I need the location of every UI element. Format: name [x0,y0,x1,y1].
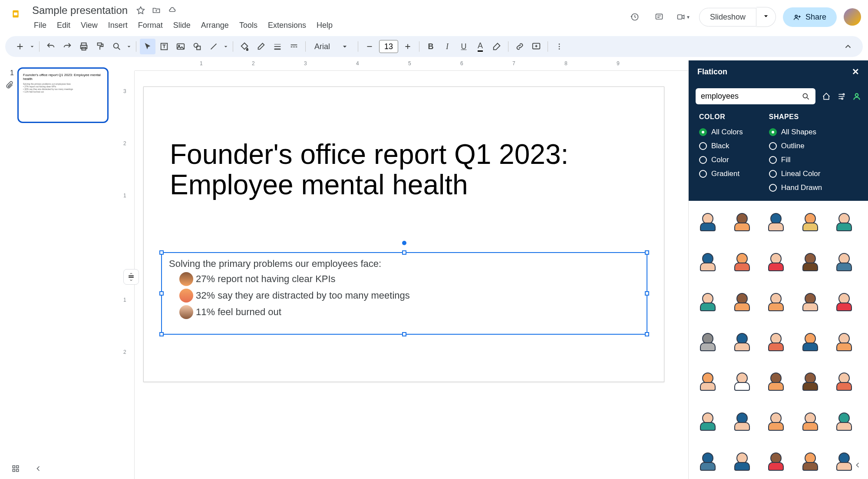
icon-result-27[interactable] [764,409,788,433]
zoom-button[interactable] [109,39,125,54]
resize-handle-tl[interactable] [159,250,164,255]
meet-icon[interactable]: ▼ [675,8,692,26]
icon-result-20[interactable] [696,369,720,393]
icon-result-2[interactable] [764,210,788,234]
shape-filter-hand[interactable]: Hand Drawn [769,183,822,192]
settings-icon[interactable] [837,90,846,103]
menu-arrange[interactable]: Arrange [197,18,233,33]
menu-format[interactable]: Format [134,18,167,33]
icon-result-6[interactable] [730,249,754,274]
border-color-button[interactable] [253,39,269,54]
resize-handle-ml[interactable] [159,291,164,296]
image-tool[interactable] [173,39,188,54]
icon-result-9[interactable] [832,249,856,274]
menu-view[interactable]: View [76,18,102,33]
icon-result-4[interactable] [832,210,856,234]
explore-icon[interactable] [9,462,23,476]
redo-button[interactable] [59,39,75,54]
fill-color-button[interactable] [237,39,252,54]
color-filter-color[interactable]: Color [699,156,743,164]
icon-result-15[interactable] [696,329,720,354]
resize-handle-tr[interactable] [645,250,649,255]
print-button[interactable] [76,39,92,54]
paint-format-button[interactable] [92,39,108,54]
user-icon[interactable] [852,90,861,103]
close-icon[interactable]: ✕ [852,67,859,77]
icon-result-28[interactable] [798,409,822,433]
menu-help[interactable]: Help [312,18,337,33]
resize-handle-bm[interactable] [402,332,406,336]
icon-result-13[interactable] [798,289,822,314]
move-folder-icon[interactable] [151,5,162,16]
icon-result-10[interactable] [696,289,720,314]
selected-text-box[interactable]: Solving the primary problems our employe… [161,252,647,335]
shape-filter-outline[interactable]: Outline [769,142,822,150]
menu-extensions[interactable]: Extensions [264,18,310,33]
new-slide-dropdown[interactable] [29,39,36,54]
icon-result-29[interactable] [832,409,856,433]
italic-button[interactable]: I [439,39,455,54]
side-panel-toggle[interactable] [851,458,865,472]
slideshow-dropdown[interactable] [756,7,776,27]
icon-result-24[interactable] [832,369,856,393]
canvas-area[interactable]: 1 2 3 4 5 6 7 8 9 3 2 1 1 2 Founder's of… [117,60,688,479]
collapse-toolbar-button[interactable] [840,39,856,54]
document-title[interactable]: Sample presentation [30,3,130,17]
icon-result-7[interactable] [764,249,788,274]
link-button[interactable] [512,39,528,54]
undo-button[interactable] [43,39,59,54]
shape-tool[interactable] [189,39,205,54]
text-color-button[interactable]: A [472,39,488,54]
icon-result-25[interactable] [696,409,720,433]
menu-file[interactable]: File [30,18,51,33]
icon-result-18[interactable] [798,329,822,354]
add-comment-button[interactable] [528,39,544,54]
select-tool[interactable] [140,39,155,54]
shape-filter-all[interactable]: All Shapes [769,128,822,136]
search-icon[interactable] [802,92,810,101]
icon-result-23[interactable] [798,369,822,393]
icon-result-3[interactable] [798,210,822,234]
icon-result-0[interactable] [696,210,720,234]
cloud-status-icon[interactable] [167,5,177,16]
bold-button[interactable]: B [423,39,439,54]
menu-slide[interactable]: Slide [169,18,195,33]
search-input[interactable] [701,92,802,101]
icon-result-11[interactable] [730,289,754,314]
menu-insert[interactable]: Insert [104,18,132,33]
rotate-handle[interactable] [402,241,406,245]
icon-result-31[interactable] [730,449,754,473]
shape-filter-fill[interactable]: Fill [769,156,822,164]
history-icon[interactable] [626,8,644,26]
flaticon-search[interactable] [696,88,815,104]
menu-tools[interactable]: Tools [235,18,262,33]
icon-result-33[interactable] [798,449,822,473]
icon-result-32[interactable] [764,449,788,473]
slide-canvas[interactable]: Founder's office report Q1 2023: Employe… [143,86,664,382]
user-avatar[interactable] [844,8,861,26]
color-filter-black[interactable]: Black [699,142,743,150]
slide-title-text[interactable]: Founder's office report Q1 2023: Employe… [170,139,638,200]
star-icon[interactable] [135,5,146,16]
resize-handle-bl[interactable] [159,332,164,336]
font-size-increase[interactable] [400,39,416,54]
slide-thumbnail-1[interactable]: Founder's office report Q1 2023: Employe… [17,67,109,123]
color-filter-gradient[interactable]: Gradient [699,170,743,178]
color-filter-all[interactable]: All Colors [699,128,743,136]
comment-icon[interactable] [650,8,668,26]
resize-handle-mr[interactable] [645,291,649,296]
font-size-decrease[interactable] [362,39,377,54]
icon-result-17[interactable] [764,329,788,354]
border-dash-button[interactable] [286,39,302,54]
icon-result-30[interactable] [696,449,720,473]
line-tool[interactable] [206,39,221,54]
resize-handle-br[interactable] [645,332,649,336]
collapse-panel-icon[interactable] [31,462,45,476]
line-dropdown[interactable] [222,39,229,54]
text-box-tool[interactable] [156,39,172,54]
icon-result-14[interactable] [832,289,856,314]
icon-result-5[interactable] [696,249,720,274]
icon-result-19[interactable] [832,329,856,354]
icon-result-26[interactable] [730,409,754,433]
border-weight-button[interactable] [270,39,285,54]
